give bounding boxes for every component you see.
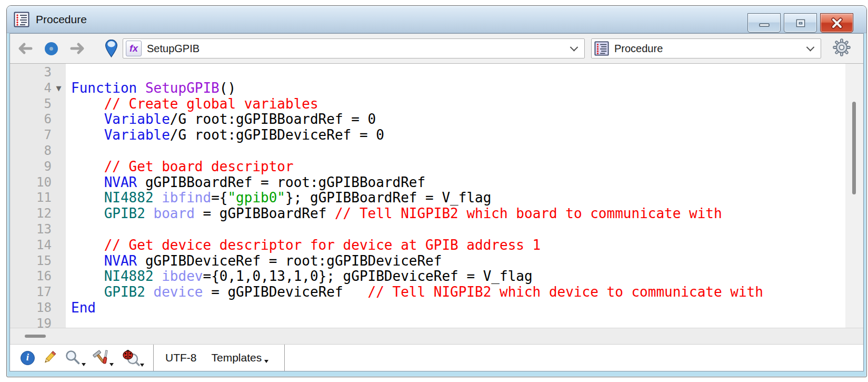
code-line: 3: [10, 65, 863, 81]
maximize-button[interactable]: [784, 13, 817, 33]
minimize-icon: [759, 18, 770, 28]
window-selector-value: Procedure: [614, 43, 663, 55]
settings-button[interactable]: [833, 38, 851, 58]
code-line: 8: [10, 143, 863, 159]
code-line: 11 NI4882 ibfind={"gpib0"}; gGPIBBoardRe…: [10, 190, 863, 206]
chevron-down-icon: [806, 43, 815, 51]
code-text: GPIB2 device = gGPIBDeviceRef // Tell NI…: [66, 285, 763, 300]
code-line: 12 GPIB2 board = gGPIBBoardRef // Tell N…: [10, 206, 863, 222]
dropdown-arrow-icon: [264, 360, 268, 363]
line-number: 19: [10, 316, 52, 328]
line-number: 14: [10, 238, 52, 253]
code-line: 17 GPIB2 device = gGPIBDeviceRef // Tell…: [10, 285, 863, 300]
code-text: GPIB2 board = gGPIBBoardRef // Tell NIGP…: [66, 206, 722, 222]
fold-spacer: [52, 175, 66, 191]
line-number: 17: [10, 285, 52, 300]
code-line: 13: [10, 222, 863, 238]
dropdown-arrow-icon: [140, 364, 144, 367]
code-text: Variable/G root:gGPIBBoardRef = 0: [66, 112, 376, 128]
fold-spacer: [52, 143, 66, 159]
forward-button[interactable]: [69, 42, 86, 55]
tools-button[interactable]: [93, 349, 109, 366]
fold-spacer: [52, 269, 66, 285]
function-selector-dropdown[interactable]: fx SetupGPIB: [123, 38, 585, 58]
code-text: // Create global variables: [66, 96, 318, 112]
line-number: 9: [10, 159, 52, 175]
history-position-button[interactable]: [45, 42, 58, 55]
code-text: NVAR gGPIBDeviceRef = root:gGPIBDeviceRe…: [66, 253, 442, 269]
splitter-drag-handle[interactable]: [25, 335, 46, 338]
maximize-icon: [795, 18, 806, 28]
code-line: 16 NI4882 ibdev={0,1,0,13,1,0}; gGPIBDev…: [10, 269, 863, 285]
bookmark-pin-button[interactable]: [104, 40, 118, 58]
info-button[interactable]: [21, 351, 35, 365]
code-line: 4▼Function SetupGPIB(): [10, 81, 863, 96]
debug-search-icon: [122, 349, 140, 367]
fold-spacer: [52, 128, 66, 143]
code-text: [66, 143, 71, 159]
fold-spacer: [52, 65, 66, 81]
search-magnifier-icon: [64, 349, 82, 366]
back-button[interactable]: [16, 42, 33, 55]
scrollbar-thumb[interactable]: [852, 102, 856, 194]
vertical-scrollbar[interactable]: [845, 64, 863, 328]
templates-button[interactable]: Templates: [212, 351, 262, 364]
line-number: 6: [10, 112, 52, 128]
dropdown-arrow-icon: [82, 363, 86, 366]
line-number: 5: [10, 96, 52, 112]
location-pin-icon: [104, 40, 118, 58]
fold-spacer: [52, 222, 66, 238]
dropdown-arrow-icon: [109, 363, 114, 366]
line-number: 16: [10, 269, 52, 285]
line-number: 4: [10, 81, 52, 96]
fold-spacer: [52, 253, 66, 269]
line-number: 12: [10, 206, 52, 222]
code-text: [66, 222, 71, 238]
window-selector-dropdown[interactable]: Procedure: [591, 38, 821, 58]
code-editor[interactable]: 34▼Function SetupGPIB()5 // Create globa…: [10, 64, 863, 328]
titlebar[interactable]: Procedure: [7, 6, 866, 33]
line-number: 13: [10, 222, 52, 238]
search-button[interactable]: [64, 349, 82, 366]
window-title: Procedure: [36, 13, 87, 26]
gear-icon: [833, 38, 851, 56]
code-text: [66, 316, 71, 328]
line-number: 8: [10, 143, 52, 159]
code-line: 6 Variable/G root:gGPIBBoardRef = 0: [10, 112, 863, 128]
minimize-button[interactable]: [747, 13, 781, 33]
forward-arrow-icon: [69, 42, 86, 55]
line-number: 3: [10, 65, 52, 81]
code-line: 9 // Get board descriptor: [10, 159, 863, 175]
code-text: NI4882 ibfind={"gpib0"}; gGPIBBoardRef =…: [66, 190, 491, 206]
code-line: 18End: [10, 300, 863, 316]
fold-spacer: [52, 300, 66, 316]
edit-button[interactable]: [42, 350, 57, 366]
close-button[interactable]: [820, 13, 853, 33]
line-number: 15: [10, 253, 52, 269]
debug-button[interactable]: [122, 349, 140, 367]
fold-spacer: [52, 238, 66, 253]
function-icon: fx: [126, 41, 142, 56]
history-dot-icon: [45, 42, 58, 55]
statusbar: UTF-8 Templates: [10, 344, 863, 371]
close-icon: [831, 17, 843, 29]
fold-spacer: [52, 96, 66, 112]
window-controls: [747, 13, 853, 33]
tools-icon: [93, 349, 109, 366]
code-text: // Get board descriptor: [66, 159, 294, 175]
line-number: 11: [10, 190, 52, 206]
code-text: Variable/G root:gGPIBDeviceRef = 0: [66, 128, 384, 143]
code-text: Function SetupGPIB(): [66, 81, 236, 96]
fold-spacer: [52, 285, 66, 300]
pane-splitter: [10, 328, 863, 344]
fold-marker-icon[interactable]: ▼: [52, 81, 66, 96]
toolbar: fx SetupGPIB: [10, 34, 863, 64]
procedure-window: Procedure: [6, 5, 867, 377]
code-text: NI4882 ibdev={0,1,0,13,1,0}; gGPIBDevice…: [66, 269, 533, 285]
chevron-down-icon: [570, 43, 578, 51]
fold-spacer: [52, 112, 66, 128]
statusbar-divider: [153, 345, 154, 371]
code-text: NVAR gGPIBBoardRef = root:gGPIBBoardRef: [66, 175, 425, 191]
code-line: 5 // Create global variables: [10, 96, 863, 112]
fx-label: fx: [129, 43, 138, 54]
